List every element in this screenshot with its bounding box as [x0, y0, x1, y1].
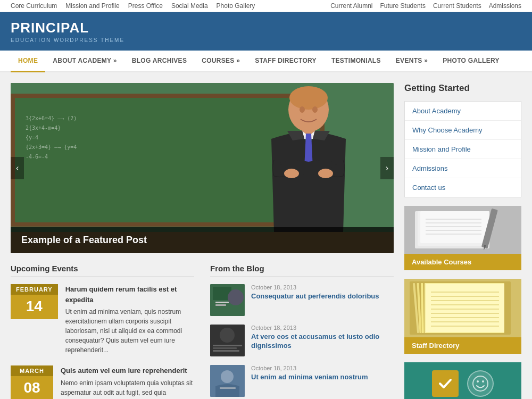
two-column-section: Upcoming Events FEBRUARY 14 Harum quidem…	[11, 264, 394, 399]
blog-content-2: October 18, 2013 At vero eos et accusamu…	[251, 325, 394, 356]
svg-rect-14	[215, 302, 229, 303]
from-blog-title: From the Blog	[210, 264, 394, 277]
topbar-right-future[interactable]: Future Students	[380, 2, 426, 10]
event-text-1: Harum quidem rerum facilis est et expedi…	[65, 284, 194, 355]
nav-home[interactable]: HOME	[11, 51, 45, 72]
sidebar-mission-link[interactable]: Mission and Profile	[405, 140, 521, 159]
logo-title: PRINCIPAL	[11, 20, 124, 36]
sidebar-link-why[interactable]: Why Choose Academy	[405, 121, 521, 140]
teal-widget	[404, 362, 521, 399]
event-date-box-1: FEBRUARY 14	[11, 284, 58, 319]
getting-started-heading: Getting Started	[404, 83, 521, 94]
sidebar-link-contact[interactable]: Contact us	[405, 178, 521, 197]
blog-content-1: October 18, 2013 Consequatur aut perfere…	[251, 284, 379, 316]
content-wrapper: 3{2x+6=4} —→ (2) 2{3x+4-m=4} {y=4 {2x+3=…	[0, 72, 532, 399]
teal-check-icon	[432, 370, 459, 397]
blog-item-3: October 18, 2013 Ut enim ad minima venia…	[210, 365, 394, 397]
topbar-link-social[interactable]: Social Media	[171, 2, 208, 10]
blog-title-2[interactable]: At vero eos et accusamus et iusto odio d…	[251, 332, 394, 351]
slider-next-button[interactable]: ›	[380, 157, 394, 179]
nav-about[interactable]: ABOUT ACADEMY »	[45, 51, 124, 71]
nav-gallery[interactable]: PHOTO GALLERY	[435, 51, 507, 71]
event-month-1: FEBRUARY	[11, 284, 58, 295]
topbar-link-gallery[interactable]: Photo Gallery	[217, 2, 255, 10]
blog-thumb-1	[210, 284, 245, 316]
main-navigation: HOME ABOUT ACADEMY » BLOG ARCHIVES COURS…	[0, 51, 532, 72]
from-blog-section: From the Blog October 18, 2013	[210, 264, 394, 399]
staff-widget-image	[404, 279, 521, 337]
topbar-right-current[interactable]: Current Students	[433, 2, 481, 10]
blog-thumb-2	[210, 325, 245, 356]
sidebar-link-admissions[interactable]: Admissions	[405, 159, 521, 178]
event-body-2: Nemo enim ipsam voluptatem quia voluptas…	[61, 378, 194, 400]
svg-rect-41	[426, 284, 504, 332]
main-column: 3{2x+6=4} —→ (2) 2{3x+4-m=4} {y=4 {2x+3=…	[11, 83, 394, 399]
topbar-link-core[interactable]: Core Curriculum	[11, 2, 57, 10]
topbar-link-press[interactable]: Press Office	[128, 2, 163, 10]
logo-area: PRINCIPAL EDUCATION WORDPRESS THEME	[11, 20, 124, 43]
svg-point-1	[289, 86, 328, 110]
sidebar-admissions-link[interactable]: Admissions	[405, 159, 521, 178]
topbar-right-admissions[interactable]: Admissions	[489, 2, 521, 10]
blog-content-3: October 18, 2013 Ut enim ad minima venia…	[251, 365, 368, 397]
logo-subtitle: EDUCATION WORDPRESS THEME	[11, 37, 124, 43]
topbar-link-mission[interactable]: Mission and Profile	[65, 2, 119, 10]
nav-staff[interactable]: STAFF DIRECTORY	[247, 51, 324, 71]
sidebar-link-about[interactable]: About Academy	[405, 102, 521, 121]
slider-caption-text: Example of a Featured Post	[21, 235, 147, 245]
svg-point-8	[318, 169, 333, 178]
svg-rect-18	[213, 345, 242, 346]
sidebar-link-mission[interactable]: Mission and Profile	[405, 140, 521, 159]
event-title-2: Quis autem vel eum iure reprehenderit	[61, 365, 194, 376]
chalk-equations: 3{2x+6=4} —→ (2) 2{3x+4-m=4} {y=4 {2x+3=…	[26, 114, 77, 162]
svg-point-10	[312, 106, 318, 113]
slider-prev-button[interactable]: ‹	[11, 157, 24, 179]
blog-date-3: October 18, 2013	[251, 365, 368, 371]
blog-thumb-3	[210, 365, 245, 397]
svg-point-9	[300, 106, 305, 113]
available-courses-widget: Available Courses	[404, 206, 521, 270]
sidebar-about-link[interactable]: About Academy	[405, 102, 521, 120]
svg-point-53	[482, 380, 484, 383]
sidebar-contact-link[interactable]: Contact us	[405, 178, 521, 197]
blog-title-1[interactable]: Consequatur aut perferendis doloribus	[251, 292, 379, 301]
svg-point-17	[220, 328, 235, 343]
svg-rect-15	[215, 304, 226, 306]
nav-events[interactable]: EVENTS »	[388, 51, 435, 71]
svg-point-52	[477, 380, 479, 383]
svg-rect-19	[213, 347, 237, 349]
nav-courses[interactable]: COURSES »	[194, 51, 247, 71]
event-item-1: FEBRUARY 14 Harum quidem rerum facilis e…	[11, 284, 194, 355]
featured-slider: 3{2x+6=4} —→ (2) 2{3x+4-m=4} {y=4 {2x+3=…	[11, 83, 394, 253]
svg-rect-23	[220, 387, 236, 389]
blog-title-3[interactable]: Ut enim ad minima veniam nostrum	[251, 373, 368, 382]
staff-widget-label[interactable]: Staff Directory	[404, 337, 521, 354]
svg-point-7	[284, 169, 299, 178]
top-bar-right-links: Current Alumni Future Students Current S…	[330, 2, 521, 10]
sidebar-why-link[interactable]: Why Choose Academy	[405, 121, 521, 139]
svg-point-22	[221, 370, 234, 383]
event-text-2: Quis autem vel eum iure reprehenderit Ne…	[61, 365, 194, 399]
nav-testimonials[interactable]: TESTIMONIALS	[324, 51, 388, 71]
staff-directory-widget: Staff Directory	[404, 279, 521, 354]
getting-started-box: About Academy Why Choose Academy Mission…	[404, 101, 521, 197]
svg-rect-20	[213, 350, 239, 352]
event-day-1: 14	[16, 297, 53, 316]
courses-widget-image	[404, 206, 521, 254]
upcoming-events-title: Upcoming Events	[11, 264, 194, 277]
svg-point-51	[473, 376, 488, 391]
courses-widget-label[interactable]: Available Courses	[404, 254, 521, 270]
nav-blog[interactable]: BLOG ARCHIVES	[124, 51, 194, 71]
blog-date-2: October 18, 2013	[251, 325, 394, 331]
blog-item-1: October 18, 2013 Consequatur aut perfere…	[210, 284, 394, 316]
slider-caption: Example of a Featured Post	[11, 227, 394, 253]
topbar-right-alumni[interactable]: Current Alumni	[330, 2, 372, 10]
sidebar: Getting Started About Academy Why Choose…	[404, 83, 521, 399]
svg-rect-27	[420, 211, 489, 243]
svg-point-13	[228, 289, 244, 305]
top-bar-left-links: Core Curriculum Mission and Profile Pres…	[11, 2, 255, 10]
top-bar: Core Curriculum Mission and Profile Pres…	[0, 0, 532, 12]
blog-item-2: October 18, 2013 At vero eos et accusamu…	[210, 325, 394, 356]
teacher-figure	[255, 83, 362, 232]
event-month-2: MARCH	[11, 365, 53, 376]
